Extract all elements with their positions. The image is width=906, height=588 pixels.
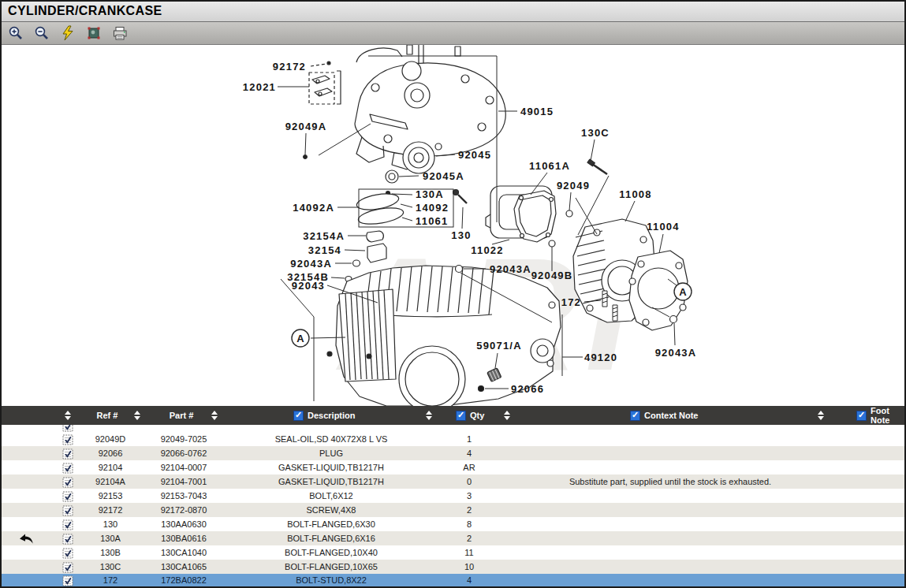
- checkbox-context-note[interactable]: [630, 406, 640, 425]
- cell-ref: 92172: [79, 503, 142, 517]
- table-row[interactable]: 172172BA0822BOLT-STUD,8X224: [0, 574, 906, 588]
- part-label-92043[interactable]: 92043: [292, 280, 325, 292]
- row-edit-icon[interactable]: [60, 503, 76, 517]
- cell-ref: 92104A: [79, 474, 142, 489]
- part-label-49120[interactable]: 49120: [584, 352, 617, 363]
- row-edit-icon[interactable]: [60, 460, 76, 474]
- zoom-out-button[interactable]: [33, 24, 50, 42]
- col-part[interactable]: Part #: [158, 406, 205, 425]
- scrolled-partial-row: [0, 425, 906, 432]
- row-edit-icon[interactable]: [60, 545, 76, 560]
- col-foot-note[interactable]: Foot Note: [871, 406, 906, 425]
- edit-notes-icon: [62, 476, 73, 488]
- cell-ref: 130B: [79, 545, 142, 560]
- row-edit-icon[interactable]: [60, 489, 76, 503]
- cell-foot-note: [834, 574, 904, 586]
- sort-icon-col[interactable]: [65, 406, 71, 425]
- cell-description: BOLT-FLANGED,6X16: [237, 531, 426, 545]
- part-label-14092[interactable]: 14092: [416, 202, 449, 214]
- row-edit-icon[interactable]: [60, 560, 76, 574]
- cell-qty: 0: [438, 474, 500, 489]
- part-label-49015[interactable]: 49015: [520, 106, 554, 117]
- part-label-92043A[interactable]: 92043A: [655, 347, 697, 359]
- table-row[interactable]: 9210492104-0007GASKET-LIQUID,TB1217HAR: [0, 460, 906, 474]
- print-button[interactable]: [111, 24, 129, 42]
- cell-description: BOLT-FLANGED,6X30: [237, 517, 426, 531]
- row-edit-icon[interactable]: [60, 432, 76, 446]
- part-label-92049A[interactable]: 92049A: [285, 121, 327, 132]
- part-label-130[interactable]: 130: [451, 229, 471, 241]
- refresh-flash-button[interactable]: [59, 24, 76, 42]
- table-row[interactable]: 130C130CA1065BOLT-FLANGED,10X6510: [0, 560, 906, 574]
- cell-part: 130BA0616: [140, 531, 227, 545]
- checkbox-description[interactable]: [293, 406, 304, 425]
- part-label-12021[interactable]: 12021: [243, 81, 276, 93]
- sort-icon-context-note[interactable]: [818, 406, 824, 425]
- cell-description: SEAL-OIL,SD 40X72X8 L VS: [237, 432, 426, 446]
- part-label-11004[interactable]: 11004: [647, 221, 679, 233]
- part-label-59071-A[interactable]: 59071/A: [476, 340, 522, 352]
- cell-part: 92104-7001: [140, 474, 227, 489]
- part-label-130A[interactable]: 130A: [416, 188, 444, 200]
- part-label-32154[interactable]: 32154: [308, 244, 341, 256]
- col-description[interactable]: Description: [308, 406, 356, 425]
- part-label-92043A[interactable]: 92043A: [290, 258, 332, 270]
- part-label-11008[interactable]: 11008: [619, 188, 651, 200]
- cell-context-note: Substitute part, supplied until the stoc…: [511, 474, 830, 489]
- back-reference-arrow[interactable]: [11, 531, 41, 545]
- zoom-in-button[interactable]: [7, 24, 24, 42]
- table-row[interactable]: 9215392153-7043BOLT,6X123: [0, 489, 906, 503]
- part-label-11061[interactable]: 11061: [416, 215, 448, 227]
- part-label-130C[interactable]: 130C: [581, 127, 610, 139]
- edit-notes-icon: [62, 519, 73, 530]
- sort-icon-ref[interactable]: [134, 406, 140, 425]
- table-row[interactable]: 9217292172-0870SCREW,4X82: [0, 503, 906, 517]
- col-context-note[interactable]: Context Note: [644, 406, 698, 425]
- part-label-92049[interactable]: 92049: [557, 180, 590, 192]
- hotspot-select-button[interactable]: [85, 24, 103, 42]
- part-label-92043A[interactable]: 92043A: [490, 263, 531, 275]
- sort-icon-part[interactable]: [211, 406, 218, 425]
- row-edit-icon[interactable]: [60, 446, 76, 460]
- table-row[interactable]: 130130AA0630BOLT-FLANGED,6X308: [0, 517, 906, 531]
- row-edit-icon[interactable]: [60, 517, 76, 531]
- table-row[interactable]: 92049D92049-7025SEAL-OIL,SD 40X72X8 L VS…: [0, 432, 906, 446]
- checkbox-foot-note[interactable]: [856, 406, 867, 425]
- cell-qty: 3: [438, 489, 500, 503]
- part-label-92045[interactable]: 92045: [458, 149, 491, 161]
- checkbox-qty[interactable]: [456, 406, 466, 425]
- cell-foot-note: [834, 517, 904, 531]
- table-row[interactable]: 9206692066-0762PLUG4: [0, 446, 906, 460]
- cell-part: 92172-0870: [140, 503, 227, 517]
- cell-qty: 2: [438, 531, 500, 545]
- part-label-92045A[interactable]: 92045A: [423, 170, 464, 182]
- part-label-172[interactable]: 172: [561, 296, 581, 308]
- col-ref[interactable]: Ref #: [88, 406, 126, 425]
- cell-context-note: [511, 503, 830, 517]
- edit-notes-icon: [62, 490, 73, 502]
- part-label-32154A[interactable]: 32154A: [303, 230, 345, 242]
- table-row[interactable]: 130A130BA0616BOLT-FLANGED,6X162: [0, 531, 906, 545]
- row-edit-icon[interactable]: [60, 474, 76, 489]
- zoom-in-icon: [8, 25, 24, 41]
- part-label-92049B[interactable]: 92049B: [531, 270, 573, 281]
- row-edit-icon[interactable]: [60, 531, 76, 545]
- part-label-92066[interactable]: 92066: [511, 383, 544, 395]
- part-label-92172[interactable]: 92172: [273, 61, 306, 73]
- part-label-11022[interactable]: 11022: [471, 244, 503, 256]
- sort-icon-description[interactable]: [426, 406, 432, 425]
- part-label-14092A[interactable]: 14092A: [293, 202, 334, 214]
- edit-notes-icon: [62, 504, 73, 516]
- row-edit-icon[interactable]: [60, 574, 76, 586]
- col-qty[interactable]: Qty: [470, 406, 484, 425]
- table-row[interactable]: 130B130CA1040BOLT-FLANGED,10X4011: [0, 545, 906, 560]
- cell-ref: 130C: [79, 560, 142, 574]
- cell-qty: 8: [438, 517, 500, 531]
- cell-description: BOLT-STUD,8X22: [237, 574, 426, 586]
- cell-context-note: [511, 446, 830, 460]
- table-row[interactable]: 92104A92104-7001GASKET-LIQUID,TB1217H0Su…: [0, 474, 906, 489]
- part-label-11061A[interactable]: 11061A: [529, 160, 570, 172]
- edit-notes-icon: [62, 561, 73, 573]
- sort-icon-qty[interactable]: [504, 406, 510, 425]
- hotspot-icon: [86, 25, 102, 41]
